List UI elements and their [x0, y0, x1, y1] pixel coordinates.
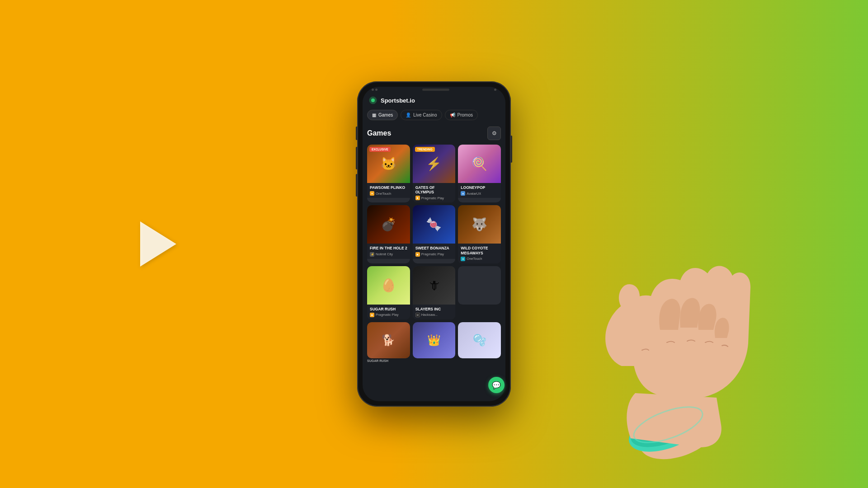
app-name: Sportsbet.io	[381, 97, 415, 104]
game-thumb-fire: 💣	[367, 205, 410, 244]
promos-icon: 📢	[450, 113, 455, 117]
game-card-partial-2[interactable]: 👑	[413, 322, 456, 358]
game-info-sugar: SUGAR RUSH ■ Pragmatic Play	[367, 305, 410, 319]
game-info-fire: FIRE IN THE HOLE 2 ⚡ Nolimit City	[367, 244, 410, 258]
tab-promos[interactable]: 📢 Promos	[445, 110, 478, 120]
provider-name-fire: Nolimit City	[376, 252, 393, 256]
looney-icon: 🍭	[472, 156, 487, 171]
game-provider-looney: ▲ AvatarUX	[461, 191, 498, 196]
coyote-icon: 🐺	[472, 217, 487, 232]
speaker	[422, 89, 449, 91]
provider-name-pawsome: OneTouch	[376, 192, 391, 196]
game-name-sugar: SUGAR RUSH	[370, 307, 407, 311]
game-card-sweet-bonanza[interactable]: 🍬 SWEET BONANZA ■ Pragmatic Play	[413, 205, 456, 263]
game-name-looney: LOONEYPOP	[461, 185, 498, 190]
game-provider-slayers: H Hacksaw...	[415, 313, 453, 317]
game-thumb-slayers: 🗡	[413, 266, 456, 305]
live-casino-icon: 👤	[406, 113, 411, 117]
game-info-coyote: WILD COYOTE MEGAWAYS ● OneTouch	[458, 244, 501, 263]
game-provider-coyote: ● OneTouch	[461, 257, 498, 261]
game-info-slayers: SLAYERS INC H Hacksaw...	[413, 305, 456, 319]
filter-button[interactable]: ⚙	[487, 127, 501, 140]
partial-games-row: 🐕 👑 🫧	[367, 322, 501, 358]
game-card-looneypop[interactable]: 🍭 LOONEYPOP ▲ AvatarUX	[458, 145, 501, 202]
game-provider-gates: ■ Pragmatic Play	[415, 196, 453, 200]
game-info-gates: GATES OF OLYMPUS ■ Pragmatic Play	[413, 183, 456, 202]
volume-up-button	[356, 147, 357, 169]
game-name-sweet: SWEET BONANZA	[415, 246, 453, 250]
partial-icon-1: 🐕	[382, 334, 395, 347]
games-header: Games ⚙	[367, 127, 501, 140]
bottom-sugar-rush-label: SUGAR RUSH	[367, 358, 501, 364]
game-info-sweet: SWEET BONANZA ■ Pragmatic Play	[413, 244, 456, 258]
provider-name-coyote: OneTouch	[467, 257, 482, 261]
provider-name-gates: Pragmatic Play	[421, 196, 444, 200]
volume-down-button	[356, 174, 357, 197]
dot1	[372, 89, 374, 91]
pragmatic-icon-sweet: ■	[415, 252, 420, 257]
svg-point-1	[371, 99, 375, 102]
game-thumb-gates: ⚡ TRENDING	[413, 145, 456, 183]
game-thumb-pawsome: 🐱 EXCLUSIVE	[367, 145, 410, 183]
provider-name-sweet: Pragmatic Play	[421, 252, 444, 256]
pragmatic-icon-sugar: ■	[370, 313, 374, 317]
game-thumb-coyote: 🐺	[458, 205, 501, 244]
filter-icon: ⚙	[492, 130, 497, 136]
avatarux-icon: ▲	[461, 191, 465, 196]
game-card-partial-1[interactable]: 🐕	[367, 322, 410, 358]
games-title: Games	[367, 129, 391, 137]
sweet-icon: 🍬	[426, 217, 442, 232]
game-card-wild-coyote[interactable]: 🐺 WILD COYOTE MEGAWAYS ● OneTouch	[458, 205, 501, 263]
nav-tabs: ▦ Games 👤 Live Casino 📢 Promos	[363, 107, 505, 124]
pawsome-icon: 🐱	[381, 156, 396, 171]
sportsbet-logo-icon	[369, 96, 377, 104]
game-thumb-sweet: 🍬	[413, 205, 456, 244]
pragmatic-icon-gates: ■	[415, 196, 420, 200]
gates-icon: ⚡	[426, 156, 442, 171]
hacksaw-icon: H	[415, 313, 420, 317]
game-info-pawsome: PAWSOME PLINKO ● OneTouch	[367, 183, 410, 198]
phone-screen: Sportsbet.io ▦ Games 👤 Live Casino 📢 Pro…	[363, 87, 505, 401]
game-card-empty	[458, 266, 501, 305]
onetouch-icon: ●	[370, 191, 374, 196]
partial-thumb-1: 🐕	[367, 322, 410, 358]
games-section: Games ⚙ 🐱 EXCLUSIVE	[363, 124, 505, 367]
game-provider-sugar: ■ Pragmatic Play	[370, 313, 407, 317]
sugar-icon: 🥚	[381, 278, 396, 293]
fire-icon: 💣	[381, 217, 396, 232]
slayers-icon: 🗡	[428, 278, 440, 293]
camera-dots	[372, 89, 377, 91]
games-icon: ▦	[372, 113, 376, 117]
game-info-looney: LOONEYPOP ▲ AvatarUX	[458, 183, 501, 198]
game-card-fire-hole[interactable]: 💣 FIRE IN THE HOLE 2 ⚡ Nolimit City	[367, 205, 410, 263]
nolimit-icon: ⚡	[370, 252, 374, 257]
game-name-gates: GATES OF OLYMPUS	[415, 185, 453, 194]
power-button	[511, 136, 512, 163]
game-name-coyote: WILD COYOTE MEGAWAYS	[461, 246, 498, 255]
tab-live-casino-label: Live Casino	[413, 113, 437, 117]
game-thumb-looney: 🍭	[458, 145, 501, 183]
tab-games[interactable]: ▦ Games	[367, 110, 398, 120]
game-card-partial-3[interactable]: 🫧	[458, 322, 501, 358]
game-provider-pawsome: ● OneTouch	[370, 191, 407, 196]
screen-content: Sportsbet.io ▦ Games 👤 Live Casino 📢 Pro…	[363, 87, 505, 401]
game-card-sugar-rush[interactable]: 🥚 SUGAR RUSH ■ Pragmatic Play	[367, 266, 410, 319]
game-provider-fire: ⚡ Nolimit City	[370, 252, 407, 257]
trending-badge: TRENDING	[415, 147, 435, 152]
game-provider-sweet: ■ Pragmatic Play	[415, 252, 453, 257]
chat-wrapper: 💬	[363, 367, 505, 372]
game-card-pawsome-plinko[interactable]: 🐱 EXCLUSIVE PAWSOME PLINKO ● OneTouch	[367, 145, 410, 202]
chat-button[interactable]: 💬	[488, 377, 505, 393]
partial-icon-2: 👑	[427, 334, 441, 347]
play-button[interactable]	[140, 221, 176, 267]
game-name-slayers: SLAYERS INC	[415, 307, 453, 311]
camera-lens	[494, 89, 496, 91]
onetouch-icon-coyote: ●	[461, 257, 465, 261]
provider-name-looney: AvatarUX	[467, 192, 481, 196]
game-card-gates-olympus[interactable]: ⚡ TRENDING GATES OF OLYMPUS ■ Pragmatic …	[413, 145, 456, 202]
tab-live-casino[interactable]: 👤 Live Casino	[401, 110, 442, 120]
partial-thumb-2: 👑	[413, 322, 456, 358]
games-grid: 🐱 EXCLUSIVE PAWSOME PLINKO ● OneTouch	[367, 145, 501, 319]
partial-thumb-3: 🫧	[458, 322, 501, 358]
game-card-slayers[interactable]: 🗡 SLAYERS INC H Hacksaw...	[413, 266, 456, 319]
